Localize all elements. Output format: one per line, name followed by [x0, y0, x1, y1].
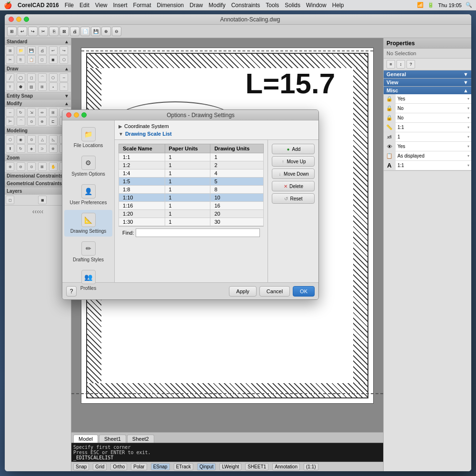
- reset-button[interactable]: ↺ Reset: [272, 193, 315, 204]
- tool-cone[interactable]: △: [38, 135, 47, 144]
- tool-sphere[interactable]: ◉: [17, 135, 25, 144]
- delete-button[interactable]: ✕ Delete: [272, 181, 315, 191]
- cancel-button[interactable]: Cancel: [259, 286, 290, 297]
- nav-system-options[interactable]: ⚙ System Options: [64, 153, 112, 179]
- menu-tools[interactable]: Tools: [266, 2, 279, 9]
- tool-revolve[interactable]: ↻: [17, 144, 25, 153]
- find-input[interactable]: [136, 228, 260, 237]
- prop-dropdown-7[interactable]: ▾: [467, 163, 469, 168]
- dialog-minimize[interactable]: [74, 112, 79, 118]
- add-button[interactable]: ● Add: [272, 144, 315, 154]
- scale-row-7[interactable]: 1:20 1 20: [119, 210, 264, 218]
- nav-drafting-styles[interactable]: ✏ Drafting Styles: [64, 238, 112, 265]
- status-scale[interactable]: (1:1): [304, 463, 318, 470]
- nav-file-locations[interactable]: 📁 File Locations: [64, 124, 112, 151]
- menu-format[interactable]: Format: [133, 2, 151, 9]
- status-qinput[interactable]: Qinput: [197, 463, 216, 470]
- status-lweight[interactable]: LWeight: [219, 463, 241, 470]
- apply-button[interactable]: Apply: [229, 286, 257, 297]
- dialog-maximize[interactable]: [81, 112, 87, 118]
- toolbar-btn-5[interactable]: ⎘: [49, 27, 59, 36]
- prop-no-select-1[interactable]: No ▾: [397, 106, 469, 111]
- prop-yes-select-2[interactable]: Yes ▾: [397, 144, 469, 149]
- prop-view-header[interactable]: View ▼: [384, 79, 471, 86]
- tool-point[interactable]: •: [49, 82, 58, 91]
- menu-edit[interactable]: Edit: [79, 2, 89, 9]
- tool-circle[interactable]: ◯: [17, 73, 25, 82]
- prop-value-4[interactable]: 1 ▾: [395, 132, 471, 141]
- prop-scale-select[interactable]: 1:1 ▾: [397, 125, 469, 130]
- tool-print[interactable]: 🖨: [38, 46, 47, 55]
- status-ortho[interactable]: Ortho: [110, 463, 127, 470]
- menu-dimension[interactable]: Dimension: [157, 2, 184, 9]
- nav-user-preferences[interactable]: 👤 User Preferences: [64, 181, 112, 208]
- minimize-button[interactable]: [16, 17, 21, 22]
- tool-extend[interactable]: ⊢: [6, 117, 14, 126]
- tool-open[interactable]: 📁: [17, 46, 25, 55]
- scroll-left[interactable]: ‹‹‹‹‹: [5, 206, 71, 217]
- toolbar-btn-9[interactable]: 💾: [91, 27, 100, 36]
- menu-file[interactable]: File: [65, 2, 74, 9]
- tool-match[interactable]: ◻: [38, 55, 47, 64]
- toolbar-btn-8[interactable]: 📄: [80, 27, 90, 36]
- tool-spline[interactable]: ∼: [60, 73, 68, 82]
- tool-paste[interactable]: 📋: [27, 55, 36, 64]
- tool-new[interactable]: ⊞: [6, 46, 14, 55]
- toolbar-btn-6[interactable]: ⊠: [60, 27, 69, 36]
- scale-row-2[interactable]: 1:4 1 4: [119, 169, 264, 178]
- tool-rotate[interactable]: ↻: [17, 108, 25, 117]
- prop-value-3[interactable]: 1:1 ▾: [395, 123, 471, 132]
- status-etrack[interactable]: ETrack: [174, 463, 193, 470]
- section-modify-collapse[interactable]: ▲: [64, 101, 69, 106]
- tool-zoom-all[interactable]: ⊙: [27, 162, 36, 171]
- tab-sheet1[interactable]: Sheet1: [99, 435, 126, 443]
- maximize-button[interactable]: [24, 17, 29, 22]
- toolbar-btn-4[interactable]: ✂: [39, 27, 48, 36]
- status-snap[interactable]: Snap: [73, 463, 89, 470]
- scale-row-0[interactable]: 1:1 1 1: [119, 153, 264, 161]
- tool-extrude[interactable]: ⬆: [6, 144, 14, 153]
- dialog-close[interactable]: [66, 112, 71, 118]
- section-collapse-icon[interactable]: ▲: [64, 39, 69, 44]
- tool-wedge[interactable]: ◺: [49, 135, 58, 144]
- tool-block[interactable]: ⊞: [38, 82, 47, 91]
- toolbar-btn-10[interactable]: ⊕: [101, 27, 111, 36]
- tool-text[interactable]: T: [6, 82, 14, 91]
- prop-value-6[interactable]: As displayed ▾: [395, 151, 471, 160]
- tool-zoom-out[interactable]: ⊖: [17, 162, 25, 171]
- tool-arc[interactable]: ⌒: [38, 73, 47, 82]
- help-button[interactable]: ?: [66, 286, 77, 297]
- nav-drawing-settings[interactable]: 📐 Drawing Settings: [64, 210, 112, 237]
- menu-constraints[interactable]: Constraints: [231, 2, 260, 9]
- tool-fillet[interactable]: ⌒: [17, 117, 25, 126]
- prop-no-select-2[interactable]: No ▾: [397, 115, 469, 120]
- tree-drawing-scale[interactable]: ▼ Drawing Scale List: [119, 130, 315, 138]
- tool-offset[interactable]: ⊏: [49, 117, 58, 126]
- prop-icon-3[interactable]: ?: [407, 60, 415, 69]
- tool-prop[interactable]: ⬡: [60, 55, 68, 64]
- move-up-button[interactable]: ↑ Move Up: [272, 156, 315, 167]
- menu-view[interactable]: View: [95, 2, 108, 9]
- apple-menu[interactable]: 🍎: [4, 1, 12, 9]
- status-polar[interactable]: Polar: [131, 463, 147, 470]
- prop-dropdown-3[interactable]: ▾: [467, 125, 469, 129]
- toolbar-btn-3[interactable]: ↪: [28, 27, 38, 36]
- tool-scale-tool[interactable]: ⇲: [27, 108, 36, 117]
- tool-layer-mgr[interactable]: ◻: [6, 196, 14, 204]
- menu-modify[interactable]: Modify: [208, 2, 225, 9]
- tool-rect[interactable]: ◻: [27, 73, 36, 82]
- tool-pan[interactable]: ✋: [49, 162, 58, 171]
- toolbar-btn-7[interactable]: 🖨: [70, 27, 79, 36]
- tool-explode[interactable]: ⊙: [27, 117, 36, 126]
- scale-row-1[interactable]: 1:2 1 2: [119, 161, 264, 169]
- tool-loft[interactable]: ◈: [27, 144, 36, 153]
- menu-help[interactable]: Help: [332, 2, 344, 9]
- tool-layer-prop[interactable]: ◼: [38, 196, 47, 204]
- toolbar-btn-2[interactable]: ↩: [18, 27, 27, 36]
- tool-hatch[interactable]: ▨: [27, 82, 36, 91]
- scale-row-5[interactable]: 1:10 1 10: [119, 194, 264, 202]
- app-name[interactable]: CorelCAD 2016: [18, 2, 59, 9]
- section-draw-collapse[interactable]: ▲: [64, 66, 69, 71]
- menu-window[interactable]: Window: [306, 2, 327, 9]
- tab-model[interactable]: Model: [73, 435, 98, 443]
